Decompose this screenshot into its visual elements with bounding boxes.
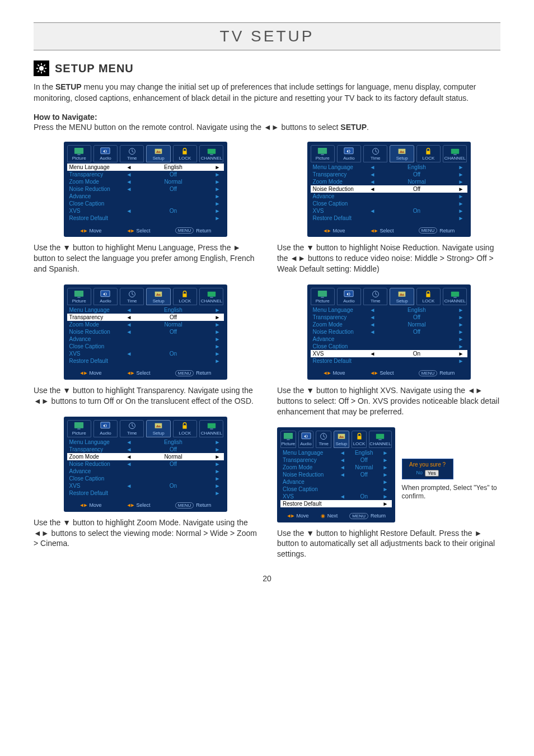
caption-menu-language: Use the ▼ button to highlight Menu Langu… xyxy=(34,242,257,274)
svg-rect-46 xyxy=(427,151,430,154)
menu-row-zoom-mode: Zoom Mode◄Normal► xyxy=(67,178,224,185)
svg-rect-41 xyxy=(344,148,353,154)
menu-row-zoom-mode: Zoom Mode◄Normal► xyxy=(280,464,392,471)
svg-rect-31 xyxy=(101,422,110,428)
svg-rect-50 xyxy=(321,297,324,297)
osd-footer: ◄► Move◄► SelectMENU Return xyxy=(307,225,471,237)
menu-row-close-caption: Close Caption► xyxy=(311,343,467,350)
menu-row-close-caption: Close Caption► xyxy=(67,200,224,207)
section-title: SETUP MENU xyxy=(55,62,134,75)
tab-audio: Audio xyxy=(298,431,314,448)
svg-rect-56 xyxy=(427,293,430,297)
caption-transparency: Use the ▼ button to highlight Transparen… xyxy=(34,385,257,407)
tab-time: Time xyxy=(120,420,144,437)
tab-channel: CHANNEL xyxy=(443,145,467,162)
osd-footer: ◄► Move◄► SelectMENU Return xyxy=(64,368,227,380)
svg-rect-47 xyxy=(451,149,459,154)
menu-row-transparency: Transparency◄Off► xyxy=(311,314,467,321)
screenshot-transparency: PictureAudioTimeSetupLOCKCHANNELMenu Lan… xyxy=(64,284,227,380)
svg-rect-17 xyxy=(208,149,216,154)
tab-audio: Audio xyxy=(93,420,118,437)
tab-picture: Picture xyxy=(67,420,91,437)
menu-row-advance: Advance► xyxy=(67,335,224,343)
tab-lock: LOCK xyxy=(173,145,197,162)
menu-row-noise-reduction: Noise Reduction◄Off► xyxy=(67,328,224,335)
menu-row-zoom-mode: Zoom Mode◄Normal► xyxy=(311,321,467,328)
svg-rect-49 xyxy=(318,291,327,297)
menu-row-restore-default: Restore Default► xyxy=(67,489,224,497)
tab-channel: CHANNEL xyxy=(443,288,467,305)
tab-time: Time xyxy=(120,288,144,305)
menu-row-restore-default: Restore Default► xyxy=(280,500,392,507)
menu-row-menu-language: Menu Language◄English► xyxy=(67,164,224,171)
osd-footer: ◄► Move◄► SelectMENU Return xyxy=(64,500,227,512)
tab-lock: LOCK xyxy=(416,145,441,162)
svg-rect-28 xyxy=(210,297,213,297)
tab-picture: Picture xyxy=(67,145,91,162)
menu-row-zoom-mode: Zoom Mode◄Normal► xyxy=(67,321,224,328)
screenshot-restore-default: PictureAudioTimeSetupLOCKCHANNELMenu Lan… xyxy=(277,427,395,522)
screenshot-zoom-mode: PictureAudioTimeSetupLOCKCHANNELMenu Lan… xyxy=(64,417,227,512)
screenshot-xvs: PictureAudioTimeSetupLOCKCHANNELMenu Lan… xyxy=(307,284,471,380)
tab-time: Time xyxy=(363,145,387,162)
osd-footer: ◄► Move◄► SelectMENU Return xyxy=(307,368,471,380)
menu-row-transparency: Transparency◄Off► xyxy=(280,456,392,464)
tab-audio: Audio xyxy=(337,145,361,162)
menu-row-noise-reduction: Noise Reduction◄Off► xyxy=(280,471,392,478)
tab-picture: Picture xyxy=(67,288,91,305)
tab-time: Time xyxy=(363,288,387,305)
caption-zoom-mode: Use the ▼ button to highlight Zoom Mode.… xyxy=(34,517,257,549)
tab-picture: Picture xyxy=(311,145,335,162)
svg-rect-16 xyxy=(183,151,187,154)
svg-line-44 xyxy=(376,151,377,152)
tab-setup: Setup xyxy=(390,145,414,162)
svg-line-24 xyxy=(132,294,134,295)
tab-audio: Audio xyxy=(337,288,361,305)
popup-note: When prompted, Select "Yes" to confirm. xyxy=(402,484,500,501)
tab-lock: LOCK xyxy=(173,420,197,437)
tab-setup: Setup xyxy=(390,288,414,305)
menu-row-close-caption: Close Caption► xyxy=(67,475,224,482)
svg-rect-26 xyxy=(183,293,187,297)
svg-rect-68 xyxy=(379,440,382,440)
svg-rect-60 xyxy=(287,440,289,440)
menu-row-xvs: XVS◄On► xyxy=(67,350,224,357)
tab-channel: CHANNEL xyxy=(199,288,223,305)
intro-text: In the SETUP menu you may change the ini… xyxy=(34,82,500,104)
tab-channel: CHANNEL xyxy=(369,431,391,448)
menu-row-noise-reduction: Noise Reduction◄Off► xyxy=(311,328,467,335)
tab-time: Time xyxy=(120,145,144,162)
menu-row-transparency: Transparency◄Off► xyxy=(67,171,224,178)
tab-setup: Setup xyxy=(146,145,170,162)
setup-icon xyxy=(34,60,49,76)
svg-rect-20 xyxy=(77,297,80,297)
menu-row-close-caption: Close Caption► xyxy=(311,200,467,207)
tab-setup: Setup xyxy=(146,288,170,305)
menu-row-zoom-mode: Zoom Mode◄Normal► xyxy=(311,178,467,185)
menu-row-menu-language: Menu Language◄English► xyxy=(311,306,467,314)
svg-line-5 xyxy=(38,64,39,66)
menu-row-advance: Advance► xyxy=(67,193,224,200)
svg-line-34 xyxy=(132,426,134,427)
svg-rect-30 xyxy=(77,429,80,430)
tab-setup: Setup xyxy=(146,420,170,437)
confirm-popup: Are you sure ? No Yes xyxy=(402,459,453,479)
osd-footer: ◄► Move◄► SelectMENU Return xyxy=(64,225,227,237)
svg-rect-51 xyxy=(344,291,353,297)
menu-row-zoom-mode: Zoom Mode◄Normal► xyxy=(67,453,224,460)
tab-time: Time xyxy=(316,431,331,448)
page-title: TV SETUP xyxy=(34,22,500,50)
menu-row-xvs: XVS◄On► xyxy=(67,482,224,489)
svg-line-7 xyxy=(38,71,39,72)
svg-line-14 xyxy=(132,151,134,152)
nav-instruction: Press the MENU button on the remote cont… xyxy=(34,123,500,132)
svg-line-8 xyxy=(44,64,45,66)
menu-row-menu-language: Menu Language◄English► xyxy=(311,164,467,171)
tab-channel: CHANNEL xyxy=(199,145,223,162)
svg-line-54 xyxy=(376,294,377,295)
page-number: 20 xyxy=(34,574,500,583)
menu-row-restore-default: Restore Default► xyxy=(311,214,467,222)
screenshot-menu-language: PictureAudioTimeSetupLOCKCHANNELMenu Lan… xyxy=(64,142,227,237)
svg-rect-66 xyxy=(357,436,361,440)
menu-row-transparency: Transparency◄Off► xyxy=(67,314,224,321)
